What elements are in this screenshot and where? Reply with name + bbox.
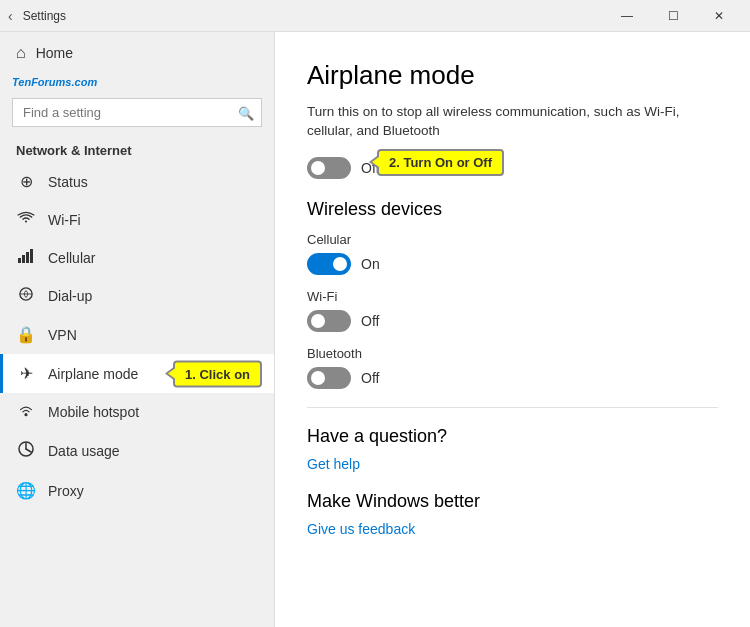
device-bluetooth-label: Bluetooth	[307, 346, 718, 361]
home-label: Home	[36, 45, 73, 61]
device-bluetooth: Bluetooth Off	[307, 346, 718, 389]
sidebar-item-vpn[interactable]: 🔒 VPN	[0, 315, 274, 354]
click-callout: 1. Click on	[173, 360, 262, 387]
sidebar-item-label-proxy: Proxy	[48, 483, 84, 499]
cellular-toggle-row: On	[307, 253, 718, 275]
airplane-toggle-thumb	[311, 161, 325, 175]
cellular-toggle[interactable]	[307, 253, 351, 275]
sidebar-item-label-dialup: Dial-up	[48, 288, 92, 304]
sidebar-item-proxy[interactable]: 🌐 Proxy	[0, 471, 274, 510]
sidebar-item-label-airplane: Airplane mode	[48, 366, 138, 382]
airplane-toggle-row: Off 2. Turn On or Off	[307, 157, 718, 179]
have-question-title: Have a question?	[307, 426, 718, 447]
datausage-icon	[16, 441, 36, 461]
sidebar: ⌂ Home TenForums.com 🔍 Network & Interne…	[0, 32, 275, 627]
status-icon: ⊕	[16, 172, 36, 191]
device-wifi: Wi-Fi Off	[307, 289, 718, 332]
svg-rect-1	[22, 255, 25, 263]
hotspot-icon	[16, 403, 36, 421]
maximize-button[interactable]: ☐	[650, 0, 696, 32]
wireless-devices-title: Wireless devices	[307, 199, 718, 220]
sidebar-item-label-cellular: Cellular	[48, 250, 95, 266]
watermark: TenForums.com	[0, 74, 274, 94]
cellular-toggle-label: On	[361, 256, 380, 272]
device-cellular-label: Cellular	[307, 232, 718, 247]
wifi-toggle-thumb	[311, 314, 325, 328]
feedback-link[interactable]: Give us feedback	[307, 521, 415, 537]
airplane-toggle-track	[307, 157, 351, 179]
get-help-link[interactable]: Get help	[307, 456, 360, 472]
bluetooth-toggle-row: Off	[307, 367, 718, 389]
minimize-button[interactable]: —	[604, 0, 650, 32]
page-title: Airplane mode	[307, 60, 718, 91]
sidebar-item-label-vpn: VPN	[48, 327, 77, 343]
sidebar-item-label-status: Status	[48, 174, 88, 190]
cellular-toggle-track	[307, 253, 351, 275]
svg-rect-0	[18, 258, 21, 263]
sidebar-item-wifi[interactable]: Wi-Fi	[0, 201, 274, 239]
sidebar-item-home[interactable]: ⌂ Home	[0, 32, 274, 74]
make-windows-better-title: Make Windows better	[307, 491, 718, 512]
wifi-icon	[16, 211, 36, 229]
bluetooth-toggle[interactable]	[307, 367, 351, 389]
wifi-toggle-label: Off	[361, 313, 379, 329]
svg-rect-2	[26, 252, 29, 263]
divider-1	[307, 407, 718, 408]
device-cellular: Cellular On	[307, 232, 718, 275]
search-icon: 🔍	[238, 105, 254, 120]
wifi-toggle-row: Off	[307, 310, 718, 332]
sidebar-item-label-datausage: Data usage	[48, 443, 120, 459]
bluetooth-toggle-track	[307, 367, 351, 389]
sidebar-item-label-wifi: Wi-Fi	[48, 212, 81, 228]
cellular-toggle-thumb	[333, 257, 347, 271]
window-controls: — ☐ ✕	[604, 0, 742, 32]
sidebar-item-airplane[interactable]: ✈ Airplane mode 1. Click on	[0, 354, 274, 393]
sidebar-item-datausage[interactable]: Data usage	[0, 431, 274, 471]
home-icon: ⌂	[16, 44, 26, 62]
dialup-icon	[16, 287, 36, 305]
vpn-icon: 🔒	[16, 325, 36, 344]
svg-point-6	[24, 413, 27, 416]
device-wifi-label: Wi-Fi	[307, 289, 718, 304]
sidebar-item-label-hotspot: Mobile hotspot	[48, 404, 139, 420]
page-description: Turn this on to stop all wireless commun…	[307, 103, 718, 141]
search-input[interactable]	[12, 98, 262, 127]
wifi-toggle-track	[307, 310, 351, 332]
sidebar-item-status[interactable]: ⊕ Status	[0, 162, 274, 201]
sidebar-section-title: Network & Internet	[0, 135, 274, 162]
close-button[interactable]: ✕	[696, 0, 742, 32]
title-bar: ‹ Settings — ☐ ✕	[0, 0, 750, 32]
bluetooth-toggle-thumb	[311, 371, 325, 385]
back-button[interactable]: ‹	[8, 8, 13, 24]
content-area: Airplane mode Turn this on to stop all w…	[275, 32, 750, 627]
airplane-toggle[interactable]	[307, 157, 351, 179]
cellular-icon	[16, 249, 36, 267]
proxy-icon: 🌐	[16, 481, 36, 500]
airplane-icon: ✈	[16, 364, 36, 383]
wifi-toggle[interactable]	[307, 310, 351, 332]
window-title: Settings	[23, 9, 604, 23]
search-container: 🔍	[12, 98, 262, 127]
app-body: ⌂ Home TenForums.com 🔍 Network & Interne…	[0, 32, 750, 627]
sidebar-item-cellular[interactable]: Cellular	[0, 239, 274, 277]
turnon-callout: 2. Turn On or Off	[377, 149, 504, 176]
sidebar-item-dialup[interactable]: Dial-up	[0, 277, 274, 315]
bluetooth-toggle-label: Off	[361, 370, 379, 386]
svg-rect-3	[30, 249, 33, 263]
sidebar-item-hotspot[interactable]: Mobile hotspot	[0, 393, 274, 431]
